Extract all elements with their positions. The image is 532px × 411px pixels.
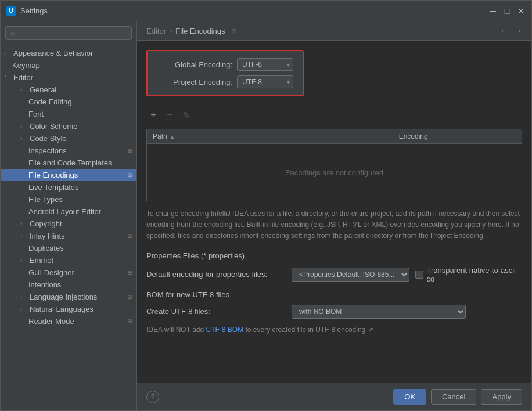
remove-encoding-button[interactable]: − xyxy=(163,108,177,122)
sidebar-item-natural-languages[interactable]: › Natural Languages xyxy=(1,303,136,315)
badge-icon: ⊞ xyxy=(127,318,132,325)
transparent-checkbox[interactable] xyxy=(415,271,423,279)
project-encoding-select-wrapper: UTF-8 UTF-16 ISO-8859-1 xyxy=(237,75,293,88)
sidebar-item-label: Live Templates xyxy=(28,183,78,192)
breadcrumb-actions: ← → xyxy=(500,26,522,35)
encoding-column-header[interactable]: Encoding xyxy=(393,129,522,143)
sidebar-item-file-code-templates[interactable]: File and Code Templates xyxy=(1,157,136,169)
sidebar: ⌕ › Appearance & Behavior Keymap ˅ Edito… xyxy=(1,21,137,410)
default-encoding-label: Default encoding for properties files: xyxy=(146,270,286,279)
sidebar-item-duplicates[interactable]: Duplicates xyxy=(1,242,136,254)
search-box[interactable]: ⌕ xyxy=(5,26,132,40)
maximize-button[interactable]: □ xyxy=(502,6,512,16)
bom-select[interactable]: with NO BOM with BOM with BOM (Windows) xyxy=(292,305,466,319)
project-encoding-select[interactable]: UTF-8 UTF-16 ISO-8859-1 xyxy=(237,75,293,88)
app-icon: U xyxy=(6,6,16,16)
apply-button[interactable]: Apply xyxy=(481,389,522,405)
bom-info-suffix: to every created file in UTF-8 encoding … xyxy=(243,326,373,334)
sidebar-item-gui-designer[interactable]: GUI Designer ⊞ xyxy=(1,266,136,279)
dialog-footer: ? OK Cancel Apply xyxy=(137,383,531,410)
bom-link[interactable]: UTF-8 BOM xyxy=(206,326,243,334)
sidebar-item-live-templates[interactable]: Live Templates xyxy=(1,181,136,193)
sidebar-item-code-style[interactable]: › Code Style xyxy=(1,132,136,145)
sidebar-item-font[interactable]: Font xyxy=(1,108,136,120)
sidebar-item-emmet[interactable]: › Emmet xyxy=(1,254,136,266)
sidebar-item-color-scheme[interactable]: › Color Scheme xyxy=(1,120,136,132)
sort-arrow-icon: ▲ xyxy=(170,134,175,140)
sidebar-item-editor[interactable]: ˅ Editor xyxy=(1,71,136,84)
sidebar-item-appearance[interactable]: › Appearance & Behavior xyxy=(1,47,136,59)
sidebar-item-inlay-hints[interactable]: › Inlay Hints ⊞ xyxy=(1,230,136,242)
sidebar-item-label: Code Editing xyxy=(28,98,71,106)
encoding-info-text: To change encoding IntelliJ IDEA uses fo… xyxy=(146,208,522,242)
sidebar-item-label: GUI Designer xyxy=(28,268,74,277)
global-encoding-select[interactable]: UTF-8 UTF-16 ISO-8859-1 xyxy=(237,58,293,71)
bom-info-prefix: IDEA will NOT add xyxy=(146,326,206,334)
breadcrumb-parent: Editor xyxy=(146,27,166,35)
table-header: Path ▲ Encoding xyxy=(146,129,522,143)
minimize-button[interactable]: ─ xyxy=(488,6,498,16)
ok-button[interactable]: OK xyxy=(393,389,426,405)
sidebar-item-label: Natural Languages xyxy=(30,305,94,313)
sidebar-item-general[interactable]: › General xyxy=(1,84,136,96)
sidebar-item-reader-mode[interactable]: Reader Mode ⊞ xyxy=(1,315,136,327)
project-encoding-label: Project Encoding: xyxy=(157,78,232,86)
settings-window: U Settings ─ □ ✕ ⌕ › Appearance & Behavi… xyxy=(0,0,532,411)
edit-encoding-button[interactable]: ✎ xyxy=(179,108,193,122)
table-body: Encodings are not configured xyxy=(146,143,522,201)
sidebar-item-code-editing[interactable]: Code Editing xyxy=(1,96,136,108)
main-content-area: ⌕ › Appearance & Behavior Keymap ˅ Edito… xyxy=(1,21,531,410)
chevron-icon: › xyxy=(20,123,27,129)
breadcrumb-current: File Encodings xyxy=(175,27,225,35)
sidebar-item-label: Inlay Hints xyxy=(30,232,65,240)
cancel-button[interactable]: Cancel xyxy=(431,389,476,405)
sidebar-item-label: General xyxy=(30,85,56,94)
chevron-icon: › xyxy=(20,86,27,93)
help-button[interactable]: ? xyxy=(146,391,159,403)
breadcrumb-badge: ⊞ xyxy=(231,27,236,35)
sidebar-item-label: Copyright xyxy=(30,219,62,228)
sidebar-item-keymap[interactable]: Keymap xyxy=(1,59,136,71)
default-encoding-select[interactable]: <Properties Default: ISO-885... xyxy=(292,268,409,282)
sidebar-item-label: Keymap xyxy=(12,61,40,70)
sidebar-item-label: File and Code Templates xyxy=(28,158,112,167)
sidebar-item-copyright[interactable]: › Copyright xyxy=(1,218,136,230)
sidebar-item-label: File Types xyxy=(28,195,63,204)
window-title: Settings xyxy=(20,6,488,15)
sidebar-item-language-injections[interactable]: › Language Injections ⊞ xyxy=(1,291,136,303)
search-input[interactable] xyxy=(18,29,127,37)
badge-icon: ⊞ xyxy=(127,294,132,300)
sidebar-item-label: Appearance & Behavior xyxy=(13,49,93,57)
chevron-icon: › xyxy=(20,233,27,239)
close-button[interactable]: ✕ xyxy=(516,6,526,16)
sidebar-item-android-layout-editor[interactable]: Android Layout Editor xyxy=(1,206,136,218)
global-encoding-select-wrapper: UTF-8 UTF-16 ISO-8859-1 xyxy=(237,58,293,71)
bom-section: BOM for new UTF-8 files Create UTF-8 fil… xyxy=(146,290,522,334)
add-encoding-button[interactable]: + xyxy=(146,108,160,122)
breadcrumb-bar: Editor › File Encodings ⊞ ← → xyxy=(137,21,531,41)
forward-button[interactable]: → xyxy=(514,26,522,35)
chevron-icon: › xyxy=(20,221,27,227)
main-panel: Editor › File Encodings ⊞ ← → Global Enc… xyxy=(137,21,531,410)
bom-section-title: BOM for new UTF-8 files xyxy=(146,290,522,299)
create-utf8-label: Create UTF-8 files: xyxy=(146,307,286,316)
sidebar-item-intentions[interactable]: Intentions xyxy=(1,279,136,291)
sidebar-item-label: Inspections xyxy=(28,146,67,155)
settings-tree: › Appearance & Behavior Keymap ˅ Editor … xyxy=(1,45,136,410)
sidebar-item-inspections[interactable]: Inspections ⊞ xyxy=(1,145,136,157)
badge-icon: ⊞ xyxy=(127,172,132,178)
transparent-checkbox-row: Transparent native-to-ascii co xyxy=(415,266,522,283)
badge-icon: ⊞ xyxy=(127,147,132,154)
back-button[interactable]: ← xyxy=(500,26,508,35)
chevron-icon: ˅ xyxy=(4,74,11,81)
sidebar-item-label: Font xyxy=(28,110,44,118)
sidebar-item-label: Editor xyxy=(13,73,33,82)
default-encoding-select-wrapper: <Properties Default: ISO-885... xyxy=(292,268,409,282)
sidebar-item-file-types[interactable]: File Types xyxy=(1,193,136,206)
badge-icon: ⊞ xyxy=(127,269,132,276)
sidebar-item-label: Code Style xyxy=(30,134,67,143)
encoding-table-toolbar: + − ✎ xyxy=(146,106,522,124)
breadcrumb-separator: › xyxy=(170,27,172,35)
path-column-header[interactable]: Path ▲ xyxy=(147,129,393,143)
sidebar-item-file-encodings[interactable]: File Encodings ⊞ xyxy=(1,169,136,181)
